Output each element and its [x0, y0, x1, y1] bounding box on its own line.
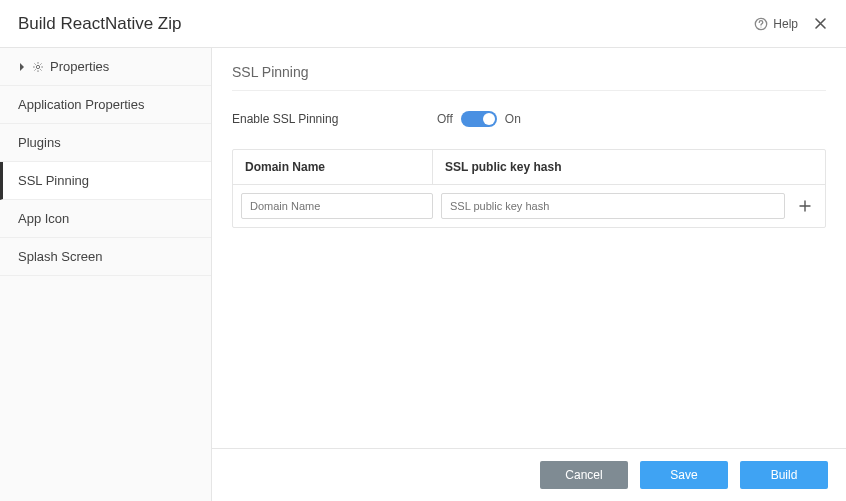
header-actions: Help	[754, 16, 828, 32]
save-button[interactable]: Save	[640, 461, 728, 489]
help-icon	[754, 17, 768, 31]
dialog-footer: Cancel Save Build	[212, 448, 846, 501]
add-row-button[interactable]	[793, 194, 817, 218]
dialog-header: Build ReactNative Zip Help	[0, 0, 846, 48]
cancel-button[interactable]: Cancel	[540, 461, 628, 489]
sidebar-item-label: Application Properties	[18, 97, 144, 112]
toggle-on-label: On	[505, 112, 521, 126]
ssl-pinning-table: Domain Name SSL public key hash	[232, 149, 826, 228]
chevron-right-icon	[18, 63, 26, 71]
section-title: SSL Pinning	[232, 64, 826, 91]
help-link[interactable]: Help	[754, 17, 798, 31]
content-body: SSL Pinning Enable SSL Pinning Off On Do…	[212, 48, 846, 448]
close-button[interactable]	[812, 16, 828, 32]
svg-point-2	[36, 65, 39, 68]
table-row	[233, 185, 825, 227]
gear-icon	[32, 61, 44, 73]
col-header-domain: Domain Name	[233, 150, 433, 184]
enable-ssl-pinning-toggle[interactable]	[461, 111, 497, 127]
sidebar-item-ssl-pinning[interactable]: SSL Pinning	[0, 162, 211, 200]
main: Properties Application Properties Plugin…	[0, 48, 846, 501]
sidebar-item-label: Plugins	[18, 135, 61, 150]
sidebar-item-application-properties[interactable]: Application Properties	[0, 86, 211, 124]
sidebar-item-label: Splash Screen	[18, 249, 103, 264]
sidebar-item-plugins[interactable]: Plugins	[0, 124, 211, 162]
table-header-row: Domain Name SSL public key hash	[233, 150, 825, 185]
domain-name-input[interactable]	[241, 193, 433, 219]
close-icon	[814, 17, 827, 30]
build-button[interactable]: Build	[740, 461, 828, 489]
sidebar: Properties Application Properties Plugin…	[0, 48, 212, 501]
sidebar-item-splash-screen[interactable]: Splash Screen	[0, 238, 211, 276]
plus-icon	[799, 200, 811, 212]
sidebar-item-label: Properties	[50, 59, 109, 74]
svg-point-1	[761, 26, 762, 27]
col-header-hash: SSL public key hash	[433, 150, 825, 184]
enable-ssl-pinning-label: Enable SSL Pinning	[232, 112, 437, 126]
sidebar-item-properties[interactable]: Properties	[0, 48, 211, 86]
public-key-hash-input[interactable]	[441, 193, 785, 219]
content: SSL Pinning Enable SSL Pinning Off On Do…	[212, 48, 846, 501]
help-label: Help	[773, 17, 798, 31]
dialog-title: Build ReactNative Zip	[18, 14, 181, 34]
toggle-off-label: Off	[437, 112, 453, 126]
sidebar-item-label: SSL Pinning	[18, 173, 89, 188]
sidebar-item-label: App Icon	[18, 211, 69, 226]
sidebar-item-app-icon[interactable]: App Icon	[0, 200, 211, 238]
enable-ssl-pinning-row: Enable SSL Pinning Off On	[232, 111, 826, 127]
toggle-knob	[483, 113, 495, 125]
